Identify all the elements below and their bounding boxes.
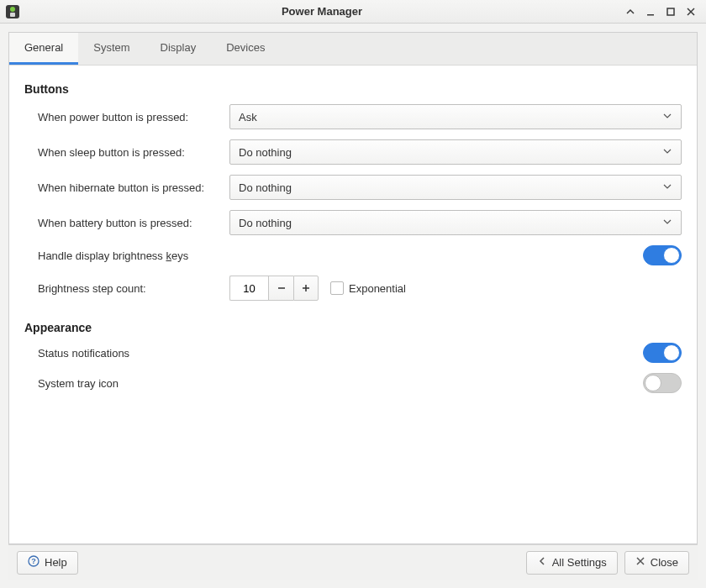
- label-power-button: When power button is pressed:: [38, 111, 229, 123]
- toggle-brightness-keys[interactable]: [643, 245, 682, 265]
- toggle-status-notifications[interactable]: [643, 343, 682, 363]
- label-sleep-button: When sleep button is pressed:: [38, 146, 229, 159]
- svg-rect-3: [647, 14, 654, 16]
- content-general: Buttons When power button is pressed: As…: [9, 66, 697, 543]
- row-brightness-step: Brightness step count: Exponential: [38, 276, 682, 301]
- svg-rect-7: [305, 285, 307, 291]
- window-controls: [624, 5, 701, 18]
- step-down-button[interactable]: [268, 276, 293, 301]
- row-battery-button: When battery button is pressed: Do nothi…: [38, 210, 682, 235]
- tab-label: General: [24, 41, 63, 54]
- row-power-button: When power button is pressed: Ask: [38, 104, 682, 129]
- checkbox-exponential[interactable]: Exponential: [330, 281, 406, 295]
- chevron-down-icon: [662, 217, 672, 229]
- minimize-button[interactable]: [644, 5, 657, 18]
- tab-general[interactable]: General: [9, 33, 78, 65]
- dropdown-value: Do nothing: [239, 146, 292, 159]
- svg-rect-2: [10, 13, 15, 17]
- label-brightness-step: Brightness step count:: [38, 282, 229, 295]
- back-icon: [537, 556, 547, 569]
- dropdown-value: Ask: [239, 111, 257, 123]
- chevron-down-icon: [662, 181, 672, 194]
- maximize-button[interactable]: [664, 5, 677, 18]
- app-icon: [5, 4, 20, 19]
- dropdown-sleep-button[interactable]: Do nothing: [229, 139, 682, 165]
- svg-rect-5: [278, 287, 285, 289]
- svg-rect-4: [667, 8, 674, 15]
- close-window-button[interactable]: [684, 5, 698, 18]
- chevron-down-icon: [662, 146, 672, 159]
- toggle-knob: [663, 247, 680, 264]
- dropdown-hibernate-button[interactable]: Do nothing: [229, 175, 682, 200]
- dropdown-battery-button[interactable]: Do nothing: [229, 210, 682, 235]
- section-heading-buttons: Buttons: [24, 82, 682, 96]
- tab-devices[interactable]: Devices: [211, 33, 280, 65]
- row-brightness-keys: Handle display brightness keys: [38, 245, 682, 265]
- svg-text:?: ?: [31, 557, 36, 565]
- tab-label: System: [93, 41, 129, 54]
- window-title: Power Manager: [25, 5, 619, 18]
- titlebar: Power Manager: [0, 0, 706, 24]
- section-heading-appearance: Appearance: [24, 321, 682, 334]
- svg-point-1: [10, 7, 15, 12]
- tabbar: General System Display Devices: [9, 33, 697, 66]
- checkbox-box: [330, 281, 344, 295]
- dropdown-value: Do nothing: [239, 217, 292, 229]
- stepper-brightness-step: [229, 276, 319, 301]
- tab-label: Display: [161, 41, 197, 54]
- tab-label: Devices: [226, 41, 265, 54]
- dropdown-power-button[interactable]: Ask: [229, 104, 682, 129]
- toggle-knob: [645, 375, 661, 391]
- label-brightness-keys: Handle display brightness keys: [38, 249, 229, 262]
- dropdown-value: Do nothing: [239, 181, 292, 194]
- button-label: Close: [651, 556, 678, 569]
- help-button[interactable]: ? Help: [17, 551, 78, 575]
- close-icon: [635, 556, 645, 569]
- label-status-notifications: Status notifications: [38, 347, 229, 360]
- step-up-button[interactable]: [293, 276, 319, 301]
- all-settings-button[interactable]: All Settings: [526, 551, 618, 575]
- footer: ? Help All Settings Close: [8, 544, 698, 580]
- toggle-knob: [663, 344, 680, 361]
- label-hibernate-button: When hibernate button is pressed:: [38, 181, 229, 194]
- rollup-button[interactable]: [624, 5, 637, 18]
- close-button[interactable]: Close: [624, 551, 689, 575]
- row-hibernate-button: When hibernate button is pressed: Do not…: [38, 175, 682, 200]
- brightness-step-input[interactable]: [229, 276, 268, 301]
- button-label: Help: [45, 556, 67, 569]
- label-system-tray-icon: System tray icon: [38, 377, 229, 390]
- tab-system[interactable]: System: [78, 33, 145, 65]
- chevron-down-icon: [662, 111, 672, 123]
- help-icon: ?: [28, 555, 40, 570]
- checkbox-label: Exponential: [349, 282, 406, 295]
- toggle-system-tray-icon[interactable]: [643, 373, 682, 393]
- row-status-notifications: Status notifications: [38, 343, 682, 363]
- row-system-tray-icon: System tray icon: [38, 373, 682, 393]
- button-label: All Settings: [552, 556, 607, 569]
- label-battery-button: When battery button is pressed:: [38, 217, 229, 229]
- row-sleep-button: When sleep button is pressed: Do nothing: [38, 139, 682, 165]
- tab-display[interactable]: Display: [145, 33, 212, 65]
